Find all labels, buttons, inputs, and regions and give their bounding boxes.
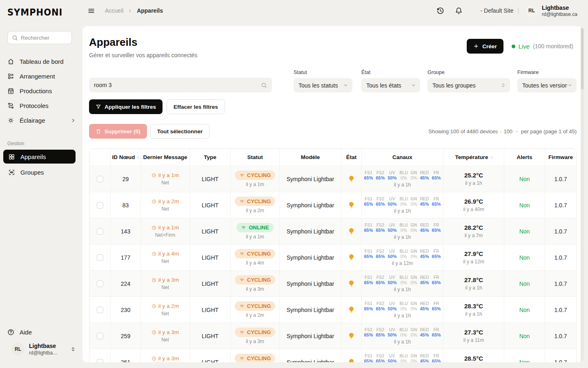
row-checkbox[interactable]	[97, 307, 103, 313]
firmware-filter-select[interactable]: Toutes les versions	[517, 78, 577, 92]
search-icon	[12, 35, 18, 41]
select-all-button[interactable]: Tout sélectionner	[150, 124, 210, 139]
sort-icon: ↑↓	[490, 155, 492, 159]
status-badge: CYCLING	[235, 328, 276, 337]
wifi-icon	[241, 225, 246, 230]
clock-icon	[151, 173, 156, 178]
bell-icon[interactable]	[455, 7, 463, 15]
channel-grid: FS165% FS265% UV50% BLU0% GN0% RED45% FR…	[364, 328, 441, 337]
lightbulb-icon[interactable]	[347, 306, 355, 314]
live-dot	[512, 45, 515, 48]
device-model: Symphoni Lightbar	[287, 254, 334, 261]
sidebar-search-input[interactable]	[21, 35, 68, 41]
temperature-value: 28.5°C	[464, 355, 483, 362]
lightbulb-icon[interactable]	[347, 201, 355, 209]
firmware-cell: 1.0.7	[545, 297, 576, 323]
temperature-ago: il y a 7m	[465, 233, 483, 238]
lightbulb-icon[interactable]	[347, 175, 355, 183]
temperature-ago: il y a 12m	[463, 259, 484, 265]
sidebar-item-label: Productions	[20, 88, 52, 94]
device-type: LIGHT	[202, 359, 218, 363]
model-cell: Symphoni Lightbar	[280, 245, 341, 270]
status-label: ONLINE	[249, 224, 269, 231]
state-cell	[341, 271, 362, 296]
state-filter-select[interactable]: Tous les états	[361, 78, 420, 92]
table-row[interactable]: 224 il y a 3m Net LIGHT CYCLING il y a 3…	[89, 270, 576, 296]
temperature-ago: il y a 11m	[463, 337, 484, 343]
menu-icon[interactable]	[87, 7, 95, 15]
row-checkbox[interactable]	[97, 202, 103, 209]
sidebar-item-productions[interactable]: Productions	[0, 83, 82, 98]
history-icon[interactable]	[437, 7, 444, 15]
alerts-value: Non	[519, 202, 530, 209]
sidebar-item-appareils[interactable]: Appareils	[3, 150, 76, 164]
sidebar-item-eclairage[interactable]: Éclairage	[0, 113, 82, 128]
topbar-user-menu[interactable]: RL Lightbase rd@lightbase.ca	[526, 4, 577, 17]
status-cell: CYCLING il y a 3m	[231, 323, 280, 349]
header-temperature[interactable]: Température↑↓	[443, 149, 504, 166]
model-cell: Symphoni Lightbar	[280, 166, 341, 192]
lightbulb-icon[interactable]	[347, 332, 355, 340]
scrollbar-thumb[interactable]	[581, 28, 584, 90]
device-search-input[interactable]	[94, 82, 261, 88]
firmware-value: 1.0.7	[554, 254, 567, 261]
channel-grid: FS165% FS265% UV50% BLU0% GN0% RED45% FR…	[364, 223, 441, 233]
row-checkbox[interactable]	[97, 176, 103, 182]
status-filter-select[interactable]: Tous les statuts	[294, 78, 352, 92]
clear-filters-button[interactable]: Effacer les filtres	[167, 99, 225, 114]
table-row[interactable]: 261 il y a 3m Net LIGHT CYCLING il y a 3…	[89, 349, 576, 362]
grid-icon	[8, 153, 15, 160]
delete-button[interactable]: Supprimer (0)	[89, 124, 147, 139]
channel-grid: FS165% FS265% UV50% BLU0% GN0% RED45% FR…	[364, 249, 441, 259]
sort-icon: ↑↓	[137, 155, 139, 159]
device-search[interactable]	[89, 78, 272, 92]
sidebar-item-aide[interactable]: Aide	[0, 325, 82, 339]
row-checkbox[interactable]	[97, 280, 103, 287]
breadcrumb-home[interactable]: Accueil	[105, 7, 123, 14]
group-filter-select[interactable]: Tous les groupes	[428, 78, 510, 92]
sidebar-search[interactable]	[7, 31, 72, 44]
create-button-label: Créer	[482, 43, 497, 49]
sidebar-user-menu[interactable]: RL Lightbase rd@lightba…	[0, 343, 82, 356]
row-checkbox[interactable]	[97, 359, 103, 363]
sidebar-item-arrangement[interactable]: Arrangement	[0, 69, 82, 83]
clock-icon	[151, 356, 156, 361]
per-page-select[interactable]: 100	[503, 128, 512, 135]
last-message-cell: il y a 3m Net	[141, 349, 190, 362]
status-cell: CYCLING il y a 3m	[231, 271, 280, 296]
status-badge: CYCLING	[235, 249, 276, 258]
alerts-cell: Non	[504, 192, 545, 218]
sidebar-nav: Tableau de bord Arrangement Productions …	[0, 54, 82, 128]
row-checkbox[interactable]	[97, 254, 103, 261]
apply-filters-button[interactable]: Appliquer les filtres	[89, 99, 163, 114]
table-row[interactable]: 230 il y a 2m Net LIGHT CYCLING il y a 2…	[89, 296, 576, 323]
node-id-cell: 230	[111, 297, 141, 323]
table-row[interactable]: 143 il y a 1m Net+Firm LIGHT ONLINE il y…	[89, 218, 576, 244]
scrollbar[interactable]	[581, 26, 584, 362]
header-last-message: Dernier Message	[141, 149, 190, 166]
table-row[interactable]: 29 il y a 1m Net LIGHT CYCLING il y a 1m…	[89, 166, 576, 192]
site-selector[interactable]: - Default Site	[481, 7, 514, 14]
lightbulb-icon[interactable]	[347, 280, 355, 287]
chevron-down-icon[interactable]	[514, 129, 519, 134]
type-cell: LIGHT	[190, 166, 231, 192]
sidebar-item-protocoles[interactable]: Protocoles	[0, 98, 82, 113]
flow-icon	[7, 102, 14, 109]
node-id: 224	[121, 280, 130, 287]
device-model: Symphoni Lightbar	[287, 176, 334, 182]
sidebar-item-tableau-de-bord[interactable]: Tableau de bord	[0, 54, 82, 69]
row-checkbox[interactable]	[97, 333, 103, 339]
lightbulb-icon[interactable]	[347, 254, 355, 261]
table-row[interactable]: 83 il y a 2m Net LIGHT CYCLING il y a 2m…	[89, 192, 576, 218]
header-node-id[interactable]: ID Nœud↑↓	[111, 149, 141, 166]
lightbulb-icon[interactable]	[347, 358, 355, 362]
table-row[interactable]: 177 il y a 4m Net LIGHT CYCLING il y a 4…	[89, 244, 576, 270]
last-message-cell: il y a 3m Net	[141, 323, 190, 349]
create-button[interactable]: Créer	[467, 39, 503, 54]
device-model: Symphoni Lightbar	[287, 333, 334, 339]
table-row[interactable]: 259 il y a 3m Net LIGHT CYCLING il y a 3…	[89, 323, 576, 349]
lightbulb-icon[interactable]	[347, 227, 355, 235]
temperature-cell: 28.5°C il y a 53m	[443, 349, 504, 362]
sidebar-item-groupes[interactable]: Groupes	[3, 165, 76, 179]
row-checkbox[interactable]	[97, 228, 103, 235]
